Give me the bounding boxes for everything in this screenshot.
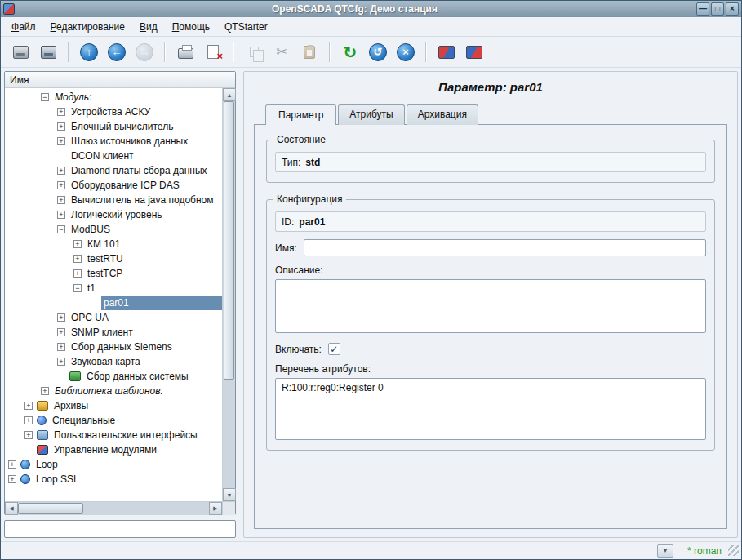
vscroll-thumb[interactable]	[224, 101, 234, 380]
tree-item-body[interactable]: Блочный вычислитель	[69, 119, 222, 134]
tree-item-body[interactable]: SNMP клиент	[69, 325, 222, 340]
tree-item-body[interactable]: КМ 101	[85, 237, 222, 251]
expand-icon[interactable]: +	[57, 108, 65, 116]
resize-grip[interactable]	[728, 545, 739, 556]
expand-icon[interactable]: +	[57, 358, 65, 366]
hscroll-thumb[interactable]	[18, 503, 83, 514]
cut-button[interactable]: ✂	[269, 39, 295, 65]
tree-item-body[interactable]: OPC UA	[69, 310, 222, 325]
tab-archiving[interactable]: Архивация	[407, 104, 478, 125]
expand-icon[interactable]: +	[73, 269, 82, 278]
hscroll-track[interactable]	[18, 502, 209, 515]
tree-vertical-scrollbar[interactable]: ▲ ▼	[222, 88, 235, 501]
qtstarter-modules-button[interactable]	[461, 39, 487, 65]
load-from-db-button[interactable]	[7, 39, 33, 65]
menu-item-edit[interactable]: Редактирование	[43, 19, 132, 35]
tree-item-body[interactable]: Шлюз источников данных	[69, 134, 222, 149]
expand-icon[interactable]: +	[41, 387, 49, 395]
tree-item-body[interactable]: Звуковая карта	[69, 354, 222, 369]
tree-item-body[interactable]: Логический уровень	[69, 207, 222, 222]
minimize-button[interactable]: —	[696, 2, 709, 16]
tree-item-body[interactable]: Сбор данных системы	[69, 369, 222, 384]
panel-splitter[interactable]	[238, 71, 241, 538]
tree-item-body[interactable]: Оборудование ICP DAS	[69, 178, 222, 193]
user-dropdown-button[interactable]: ▼	[657, 544, 673, 558]
tree-item-body[interactable]: Diamond платы сбора данных	[69, 163, 222, 178]
expand-icon[interactable]: +	[57, 313, 65, 322]
tree-item: +OPC UA	[5, 310, 222, 325]
tree-item-body[interactable]: DCON клиент	[69, 149, 222, 163]
expand-icon[interactable]: +	[8, 475, 16, 483]
expand-icon[interactable]: +	[57, 343, 65, 351]
scroll-down-icon[interactable]: ▼	[223, 488, 236, 501]
menu-item-view[interactable]: Вид	[132, 19, 165, 35]
menu-item-help[interactable]: Помощь	[165, 19, 217, 35]
expand-icon[interactable]: +	[57, 211, 65, 219]
tree-item-body[interactable]: Вычислитель на java подобном	[69, 193, 222, 207]
tree-item-body[interactable]: Управление модулями	[36, 442, 222, 457]
tree-item-body[interactable]: Loop	[20, 457, 222, 472]
attributes-list[interactable]: R:100:r:reg0:Register 0	[275, 378, 706, 440]
tab-attributes[interactable]: Атрибуты	[338, 104, 404, 125]
collapse-icon[interactable]: −	[57, 225, 65, 233]
expand-icon[interactable]: +	[73, 240, 82, 248]
tree-horizontal-scrollbar[interactable]: ◀ ▶	[5, 502, 222, 514]
next-button[interactable]: →	[131, 39, 158, 65]
tree-item-body[interactable]: Сбор данных Siemens	[69, 340, 222, 354]
tree-item-body[interactable]: par01	[101, 296, 222, 310]
tree-item-body[interactable]: t1	[85, 281, 222, 296]
delete-item-button[interactable]: ×	[200, 39, 226, 65]
tree-item-body[interactable]: ModBUS	[69, 222, 222, 237]
tree-item-body[interactable]: Устройства АСКУ	[69, 104, 222, 119]
scroll-right-icon[interactable]: ▶	[209, 502, 222, 515]
expand-icon[interactable]: +	[24, 402, 33, 410]
window-title: OpenSCADA QTCfg: Демо станция	[15, 3, 695, 15]
close-button[interactable]: ×	[726, 2, 739, 16]
tree-item-body[interactable]: testRTU	[85, 251, 222, 266]
tree-item-body[interactable]: Loop SSL	[20, 472, 222, 487]
tree-item-body[interactable]: Модуль:	[52, 90, 222, 104]
tree-item-body[interactable]: Библиотека шаблонов:	[52, 384, 222, 398]
copy-button[interactable]	[241, 39, 267, 65]
add-item-button[interactable]	[172, 39, 198, 65]
vscroll-track[interactable]	[223, 101, 235, 488]
tree-item: Управление модулями	[5, 442, 222, 457]
description-textarea[interactable]	[275, 279, 706, 333]
tree-filter-input[interactable]	[4, 520, 236, 538]
previous-button[interactable]: ←	[104, 39, 130, 65]
tree-item-body[interactable]: testTCP	[85, 266, 222, 281]
start-refresh-button[interactable]: ↺	[365, 39, 391, 65]
menu-item-qtstarter[interactable]: QTStarter	[217, 19, 275, 35]
expand-icon[interactable]: +	[57, 122, 65, 131]
tab-parameter[interactable]: Параметр	[265, 104, 336, 125]
up-button[interactable]: ↑	[76, 39, 102, 65]
tree-item-body[interactable]: Пользовательские интерфейсы	[36, 428, 222, 442]
paste-button[interactable]	[296, 39, 322, 65]
name-input[interactable]	[304, 239, 706, 256]
expand-icon[interactable]: +	[73, 255, 82, 263]
tree-item-label: Loop SSL	[33, 473, 82, 485]
refresh-button[interactable]: ↻	[337, 39, 363, 65]
expand-icon[interactable]: +	[57, 167, 65, 175]
maximize-button[interactable]: □	[711, 2, 724, 16]
scroll-up-icon[interactable]: ▲	[223, 88, 236, 101]
tree-item-body[interactable]: Специальные	[36, 413, 222, 428]
expand-icon[interactable]: +	[57, 137, 65, 145]
expand-icon[interactable]: +	[8, 460, 16, 469]
expand-icon[interactable]: +	[57, 181, 65, 189]
expand-icon[interactable]: +	[24, 416, 33, 424]
titlebar[interactable]: OpenSCADA QTCfg: Демо станция —□×	[1, 1, 741, 17]
save-to-db-button[interactable]	[35, 39, 61, 65]
collapse-icon[interactable]: −	[73, 284, 82, 292]
enable-checkbox[interactable]: ✓	[328, 343, 340, 355]
scroll-left-icon[interactable]: ◀	[5, 502, 18, 515]
menu-item-file[interactable]: Файл	[4, 19, 43, 35]
collapse-icon[interactable]: −	[41, 93, 49, 101]
expand-icon[interactable]: +	[24, 431, 33, 439]
expand-icon[interactable]: +	[57, 328, 65, 336]
tree-header[interactable]: Имя	[5, 72, 235, 88]
expand-icon[interactable]: +	[57, 196, 65, 204]
qtstarter-about-button[interactable]	[433, 39, 460, 65]
stop-button[interactable]: ×	[393, 39, 419, 65]
tree-item-body[interactable]: Архивы	[36, 398, 222, 413]
